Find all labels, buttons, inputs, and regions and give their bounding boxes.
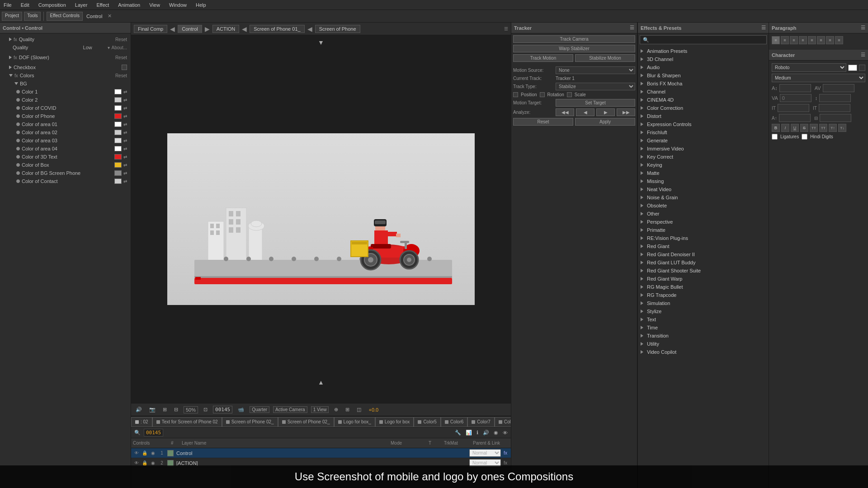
zoom-dropdown[interactable]: 50%	[184, 406, 198, 413]
layer-row[interactable]: 👁🔒◉1ControlNormalfx	[131, 448, 511, 458]
effect-group[interactable]: 3D Channel	[638, 55, 769, 63]
effect-group-header[interactable]: CINEMA 4D	[638, 96, 769, 104]
effects-menu[interactable]: ☰	[761, 25, 766, 31]
stabilize-btn[interactable]: Stabilize Motion	[575, 54, 635, 62]
menu-view[interactable]: View	[147, 1, 162, 9]
leading-input[interactable]: 52	[819, 94, 851, 102]
effect-group[interactable]: Red Giant LUT Buddy	[638, 258, 769, 267]
effect-group[interactable]: Blur & Sharpen	[638, 71, 769, 80]
effect-group-header[interactable]: RG Trapcode	[638, 291, 769, 299]
effect-group[interactable]: RG Trapcode	[638, 291, 769, 299]
baseline-input[interactable]: -50 px	[779, 114, 811, 122]
effect-group-header[interactable]: Time	[638, 324, 769, 332]
effect-group[interactable]: Video Copilot	[638, 348, 769, 356]
color-swatch[interactable]	[114, 178, 122, 184]
viewer-ctrl-info[interactable]: ⊞	[161, 406, 169, 413]
menu-window[interactable]: Window	[167, 1, 189, 9]
effect-controls-tab[interactable]: Effect Controls	[47, 12, 82, 21]
style-select[interactable]: Medium	[772, 74, 865, 82]
effect-group-header[interactable]: Neat Video	[638, 185, 769, 193]
effect-group[interactable]: Keying	[638, 161, 769, 169]
viewer-ctrl-fit[interactable]: ⊡	[202, 406, 209, 413]
effect-group-header[interactable]: Red Giant LUT Buddy	[638, 258, 769, 267]
super-btn[interactable]: T↑	[829, 124, 837, 132]
analyze-next-btn[interactable]: ▶	[596, 108, 615, 116]
color-link-btn[interactable]: ⇄	[123, 98, 127, 103]
camera-dropdown[interactable]: Active Camera	[273, 406, 307, 413]
bold-btn[interactable]: B	[772, 124, 780, 132]
viewer-tab-control[interactable]: Control	[178, 25, 202, 33]
timeline-tab[interactable]: Screen of Phone 02_	[222, 417, 278, 427]
tsumi-input[interactable]: 0 %	[820, 114, 851, 122]
quality-dropdown[interactable]: ▾	[108, 45, 110, 50]
effect-group[interactable]: Primatte	[638, 226, 769, 234]
analyze-prev-btn[interactable]: ◀	[576, 108, 594, 116]
color-link-btn[interactable]: ⇄	[123, 171, 127, 176]
bg-toggle[interactable]	[14, 82, 18, 85]
color-swatch[interactable]	[114, 113, 122, 119]
effect-group-header[interactable]: Obsolete	[638, 202, 769, 210]
effect-group-header[interactable]: 3D Channel	[638, 55, 769, 63]
kerning-input[interactable]	[780, 94, 811, 102]
effect-group-header[interactable]: Matte	[638, 169, 769, 177]
layer-solo-btn[interactable]: ◉	[149, 450, 156, 457]
analyze-back-btn[interactable]: ◀◀	[556, 108, 574, 116]
color-swatch[interactable]	[114, 138, 122, 143]
menu-composition[interactable]: Composition	[37, 1, 68, 9]
effect-group-header[interactable]: Red Giant Shooter Suite	[638, 267, 769, 275]
tl-btn-hide[interactable]: 👁	[501, 430, 509, 436]
timeline-tab[interactable]: Color6	[441, 417, 467, 427]
effect-group-header[interactable]: Frischluft	[638, 128, 769, 136]
small-caps-btn[interactable]: TT	[810, 124, 818, 132]
color-link-btn[interactable]: ⇄	[123, 106, 127, 111]
effect-group[interactable]: Frischluft	[638, 128, 769, 136]
effect-group[interactable]: Immersive Video	[638, 145, 769, 153]
view-dropdown[interactable]: 1 View	[311, 406, 329, 413]
rotation-checkbox[interactable]	[540, 92, 545, 97]
effect-group-header[interactable]: Key Correct	[638, 153, 769, 161]
effect-group-header[interactable]: Video Copilot	[638, 348, 769, 356]
tl-btn-solo[interactable]: ◉	[492, 429, 500, 436]
effect-group[interactable]: CINEMA 4D	[638, 96, 769, 104]
color-swatch[interactable]	[114, 130, 122, 135]
position-checkbox[interactable]	[513, 92, 518, 97]
effect-group[interactable]: Channel	[638, 88, 769, 96]
tools-tab[interactable]: Tools	[24, 12, 41, 21]
analyze-fwd-btn[interactable]: ▶▶	[617, 108, 635, 116]
track-camera-btn[interactable]: Track Camera	[513, 35, 635, 43]
align-last-right-btn[interactable]: ≡	[826, 36, 834, 44]
effect-group-header[interactable]: RG Magic Bullet	[638, 283, 769, 291]
effect-group-header[interactable]: Immersive Video	[638, 145, 769, 153]
quality-dropdown-viewer[interactable]: Quarter	[250, 406, 269, 413]
effect-group[interactable]: RG Magic Bullet	[638, 283, 769, 291]
effect-group[interactable]: Transition	[638, 332, 769, 340]
hindi-digits-checkbox[interactable]	[802, 134, 807, 140]
effect-group-header[interactable]: Utility	[638, 340, 769, 348]
effect-group[interactable]: Stylize	[638, 307, 769, 315]
underline-btn[interactable]: U	[791, 124, 799, 132]
color-swatch[interactable]	[114, 97, 122, 103]
viewer-ctrl-extra3[interactable]: ◫	[355, 406, 363, 413]
color-link-btn[interactable]: ⇄	[123, 122, 127, 127]
warp-stab-btn[interactable]: Warp Stabilizer	[513, 45, 635, 52]
effect-group-header[interactable]: Expression Controls	[638, 120, 769, 128]
color-swatch[interactable]	[114, 122, 122, 127]
font-select[interactable]: Roboto	[772, 63, 846, 72]
effect-group[interactable]: Audio	[638, 63, 769, 71]
align-force-btn[interactable]: ≡	[835, 36, 843, 44]
align-justify-btn[interactable]: ≡	[799, 36, 807, 44]
tracking-input[interactable]: Auto	[823, 84, 854, 92]
effect-group-header[interactable]: Blur & Sharpen	[638, 71, 769, 80]
color-link-btn[interactable]: ⇄	[123, 89, 127, 94]
align-center-btn[interactable]: ≡	[781, 36, 789, 44]
tl-btn-graph[interactable]: 📊	[464, 429, 473, 436]
reset-btn[interactable]: Reset	[513, 118, 573, 126]
effect-group[interactable]: Boris FX Mocha	[638, 80, 769, 88]
effect-group[interactable]: RE:Vision Plug-ins	[638, 234, 769, 242]
tl-btn-render[interactable]: 🔧	[453, 429, 462, 436]
effect-group-header[interactable]: Distort	[638, 112, 769, 120]
effect-group-header[interactable]: Red Giant Denoiser II	[638, 250, 769, 258]
effect-group[interactable]: Neat Video	[638, 185, 769, 193]
effect-group[interactable]: Noise & Grain	[638, 193, 769, 202]
timeline-tab[interactable]: Screen of Phone 02_	[278, 417, 334, 427]
